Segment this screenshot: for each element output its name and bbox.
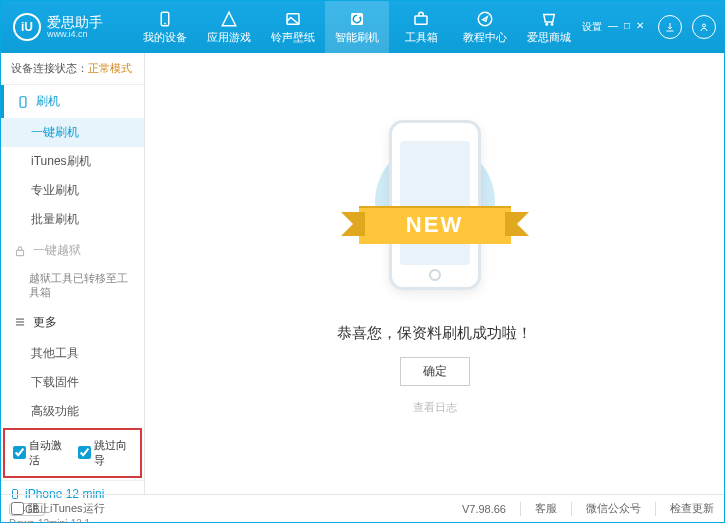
nav-store[interactable]: 爱思商城 <box>517 1 581 53</box>
refresh-icon <box>348 10 366 28</box>
block-itunes-input[interactable] <box>11 502 24 515</box>
toolbox-icon <box>412 10 430 28</box>
nav-flash[interactable]: 智能刷机 <box>325 1 389 53</box>
user-button[interactable] <box>692 15 716 39</box>
sidebar-item-oneclick-flash[interactable]: 一键刷机 <box>1 118 144 147</box>
nav-ringtone[interactable]: 铃声壁纸 <box>261 1 325 53</box>
check-update-link[interactable]: 检查更新 <box>670 501 714 516</box>
connection-mode: 正常模式 <box>88 62 132 74</box>
app-logo[interactable]: iU 爱思助手 www.i4.cn <box>13 13 133 41</box>
sidebar-item-pro-flash[interactable]: 专业刷机 <box>1 176 144 205</box>
main-content: NEW 恭喜您，保资料刷机成功啦！ 确定 查看日志 <box>145 53 724 494</box>
sidebar-item-batch-flash[interactable]: 批量刷机 <box>1 205 144 234</box>
app-site: www.i4.cn <box>47 29 103 39</box>
titlebar: iU 爱思助手 www.i4.cn 我的设备 应用游戏 铃声壁纸 智能刷机 <box>1 1 724 53</box>
top-nav: 我的设备 应用游戏 铃声壁纸 智能刷机 工具箱 教程中心 <box>133 1 582 53</box>
body: 设备连接状态：正常模式 刷机 一键刷机 iTunes刷机 专业刷机 批量刷机 一… <box>1 53 724 494</box>
svg-point-7 <box>551 23 553 25</box>
svg-point-8 <box>703 24 706 27</box>
cart-icon <box>540 10 558 28</box>
version-label: V7.98.66 <box>462 503 506 515</box>
image-icon <box>284 10 302 28</box>
jailbreak-note: 越狱工具已转移至工具箱 <box>29 271 132 300</box>
svg-rect-4 <box>415 16 427 24</box>
sidebar-item-advanced[interactable]: 高级功能 <box>1 397 144 426</box>
sidebar: 设备连接状态：正常模式 刷机 一键刷机 iTunes刷机 专业刷机 批量刷机 一… <box>1 53 145 494</box>
nav-device[interactable]: 我的设备 <box>133 1 197 53</box>
skip-guide-checkbox[interactable] <box>78 446 91 459</box>
sidebar-group-jailbreak: 一键越狱 <box>1 234 144 267</box>
view-log-link[interactable]: 查看日志 <box>413 400 457 415</box>
window-controls: 设置 — □ ✕ <box>582 20 644 34</box>
phone-icon <box>156 10 174 28</box>
svg-point-6 <box>546 23 548 25</box>
sidebar-group-flash[interactable]: 刷机 <box>1 85 144 118</box>
download-icon <box>664 21 676 33</box>
nav-tutorial[interactable]: 教程中心 <box>453 1 517 53</box>
app-window: iU 爱思助手 www.i4.cn 我的设备 应用游戏 铃声壁纸 智能刷机 <box>0 0 725 523</box>
settings-button[interactable]: 设置 <box>582 20 602 34</box>
minimize-button[interactable]: — <box>608 20 618 34</box>
sidebar-group-more[interactable]: 更多 <box>1 306 144 339</box>
checkbox-skip-guide[interactable]: 跳过向导 <box>78 438 133 468</box>
app-name: 爱思助手 <box>47 15 103 29</box>
sidebar-item-itunes-flash[interactable]: iTunes刷机 <box>1 147 144 176</box>
ok-button[interactable]: 确定 <box>400 357 470 386</box>
sidebar-item-other-tools[interactable]: 其他工具 <box>1 339 144 368</box>
phone-icon <box>16 95 30 109</box>
auto-activate-checkbox[interactable] <box>13 446 26 459</box>
user-icon <box>698 21 710 33</box>
phone-illustration: NEW <box>355 112 515 302</box>
connection-status: 设备连接状态：正常模式 <box>1 53 144 85</box>
menu-icon <box>13 315 27 329</box>
statusbar: 阻止iTunes运行 V7.98.66 客服 微信公众号 检查更新 <box>1 494 724 522</box>
download-button[interactable] <box>658 15 682 39</box>
block-itunes-checkbox[interactable]: 阻止iTunes运行 <box>11 501 105 516</box>
new-ribbon: NEW <box>359 206 511 244</box>
wechat-link[interactable]: 微信公众号 <box>586 501 641 516</box>
nav-toolbox[interactable]: 工具箱 <box>389 1 453 53</box>
checkbox-highlight-box: 自动激活 跳过向导 <box>3 428 142 478</box>
lock-icon <box>13 244 27 258</box>
apps-icon <box>220 10 238 28</box>
close-button[interactable]: ✕ <box>636 20 644 34</box>
success-message: 恭喜您，保资料刷机成功啦！ <box>337 324 532 343</box>
checkbox-auto-activate[interactable]: 自动激活 <box>13 438 68 468</box>
maximize-button[interactable]: □ <box>624 20 630 34</box>
support-link[interactable]: 客服 <box>535 501 557 516</box>
compass-icon <box>476 10 494 28</box>
svg-rect-9 <box>20 96 26 107</box>
titlebar-right: 设置 — □ ✕ <box>582 15 716 39</box>
logo-icon: iU <box>13 13 41 41</box>
nav-apps[interactable]: 应用游戏 <box>197 1 261 53</box>
svg-rect-10 <box>17 250 24 255</box>
sidebar-item-download-firmware[interactable]: 下载固件 <box>1 368 144 397</box>
